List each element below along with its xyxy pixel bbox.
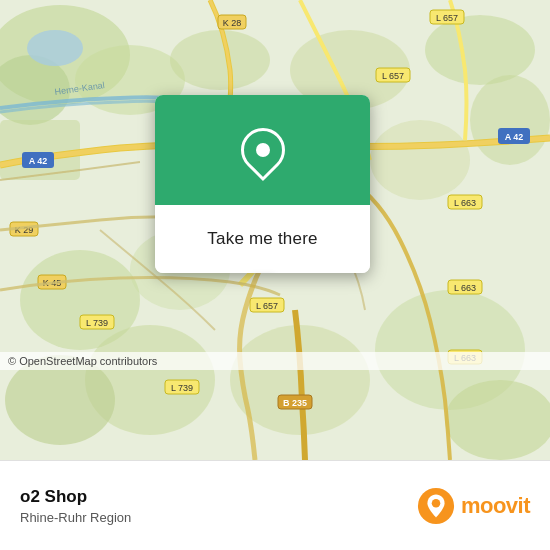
svg-text:A 42: A 42 [505,132,524,142]
moovit-text: moovit [461,493,530,519]
svg-point-18 [27,30,83,66]
location-pin-icon [231,119,293,181]
popup-card: Take me there [155,95,370,273]
svg-point-5 [170,30,270,90]
bottom-text: o2 Shop Rhine-Ruhr Region [20,487,417,525]
svg-text:K 28: K 28 [223,18,242,28]
moovit-logo: moovit [417,487,530,525]
svg-text:L 657: L 657 [382,71,404,81]
map-container: A 42 A 42 K 28 L 657 L 657 Castrop-Rauxe… [0,0,550,460]
take-me-there-button[interactable]: Take me there [175,219,350,259]
map-attribution: © OpenStreetMap contributors [0,352,550,370]
popup-image-area [155,95,370,205]
svg-point-50 [432,498,441,507]
bottom-bar: o2 Shop Rhine-Ruhr Region moovit [0,460,550,550]
popup-button-area: Take me there [155,205,370,273]
svg-point-8 [470,75,550,165]
svg-text:B 235: B 235 [283,398,307,408]
svg-text:L 663: L 663 [454,283,476,293]
svg-point-15 [445,380,550,460]
svg-text:L 739: L 739 [171,383,193,393]
location-subtitle: Rhine-Ruhr Region [20,510,417,525]
svg-point-9 [370,120,470,200]
moovit-icon [417,487,455,525]
svg-text:L 663: L 663 [454,198,476,208]
svg-text:L 657: L 657 [256,301,278,311]
svg-point-7 [425,15,535,85]
location-title: o2 Shop [20,487,417,507]
svg-text:A 42: A 42 [29,156,48,166]
svg-text:L 739: L 739 [86,318,108,328]
svg-text:L 657: L 657 [436,13,458,23]
